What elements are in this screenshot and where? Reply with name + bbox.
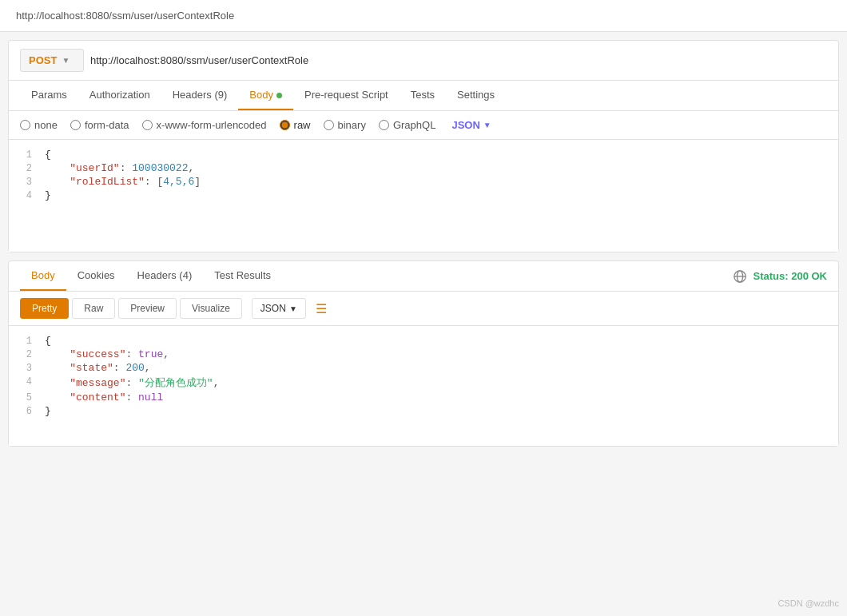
tab-params[interactable]: Params xyxy=(20,81,78,110)
code-line-2: 2 "userId": 100030022, xyxy=(9,161,838,175)
url-bar: POST ▼ xyxy=(9,41,838,81)
response-tab-body[interactable]: Body xyxy=(20,261,66,291)
format-preview-button[interactable]: Preview xyxy=(118,298,177,319)
response-tab-cookies[interactable]: Cookies xyxy=(66,261,126,291)
top-bar: http://localhost:8080/ssm/user/userConte… xyxy=(0,0,847,32)
status-text: Status: 200 OK xyxy=(754,270,828,282)
response-json-dropdown[interactable]: JSON ▼ xyxy=(252,298,306,319)
body-options: none form-data x-www-form-urlencoded raw… xyxy=(9,111,838,140)
request-tabs-row: Params Authorization Headers (9) Body Pr… xyxy=(9,81,838,111)
tab-settings[interactable]: Settings xyxy=(446,81,506,110)
response-format-row: Pretty Raw Preview Visualize JSON ▼ ☰ xyxy=(9,292,838,326)
format-visualize-button[interactable]: Visualize xyxy=(180,298,242,319)
option-raw[interactable]: raw xyxy=(280,119,311,131)
option-graphql[interactable]: GraphQL xyxy=(379,119,435,131)
top-bar-url: http://localhost:8080/ssm/user/userConte… xyxy=(16,10,234,22)
resp-line-5: 5 "content": null xyxy=(9,391,838,404)
chevron-down-icon: ▼ xyxy=(62,56,70,65)
resp-line-3: 3 "state": 200, xyxy=(9,361,838,375)
code-line-3: 3 "roleIdList": [4,5,6] xyxy=(9,175,838,189)
resp-line-4: 4 "message": "分配角色成功", xyxy=(9,375,838,391)
option-binary[interactable]: binary xyxy=(324,119,366,131)
format-raw-button[interactable]: Raw xyxy=(72,298,115,319)
option-none[interactable]: none xyxy=(20,119,58,131)
request-body-editor[interactable]: 1 { 2 "userId": 100030022, 3 "roleIdList… xyxy=(9,140,838,252)
resp-line-2: 2 "success": true, xyxy=(9,348,838,361)
tab-headers[interactable]: Headers (9) xyxy=(161,81,239,110)
tab-authorization[interactable]: Authorization xyxy=(78,81,161,110)
response-tab-test-results[interactable]: Test Results xyxy=(203,261,282,291)
filter-icon[interactable]: ☰ xyxy=(316,301,327,316)
option-urlencoded[interactable]: x-www-form-urlencoded xyxy=(142,119,267,131)
response-section: Body Cookies Headers (4) Test Results St… xyxy=(8,260,839,447)
tab-body[interactable]: Body xyxy=(238,81,293,110)
chevron-down-icon: ▼ xyxy=(289,304,297,313)
status-code: 200 OK xyxy=(791,270,827,282)
tab-tests[interactable]: Tests xyxy=(400,81,446,110)
option-form-data[interactable]: form-data xyxy=(70,119,129,131)
request-section: POST ▼ Params Authorization Headers (9) … xyxy=(8,40,839,252)
chevron-down-icon: ▼ xyxy=(483,121,491,129)
response-tabs-row: Body Cookies Headers (4) Test Results St… xyxy=(9,261,838,292)
code-line-1: 1 { xyxy=(9,148,838,161)
resp-line-1: 1 { xyxy=(9,334,838,348)
tab-pre-request[interactable]: Pre-request Script xyxy=(293,81,400,110)
response-body-editor: 1 { 2 "success": true, 3 "state": 200, 4… xyxy=(9,326,838,446)
format-pretty-button[interactable]: Pretty xyxy=(20,298,69,319)
body-active-dot xyxy=(276,93,282,98)
resp-line-6: 6 } xyxy=(9,404,838,418)
method-select[interactable]: POST ▼ xyxy=(20,49,84,72)
status-area: Status: 200 OK xyxy=(733,269,828,284)
code-line-4: 4 } xyxy=(9,189,838,202)
globe-icon xyxy=(733,269,747,284)
response-tab-headers[interactable]: Headers (4) xyxy=(126,261,204,291)
url-input[interactable] xyxy=(90,54,827,66)
method-label: POST xyxy=(29,54,57,66)
json-format-button[interactable]: JSON ▼ xyxy=(451,119,491,131)
